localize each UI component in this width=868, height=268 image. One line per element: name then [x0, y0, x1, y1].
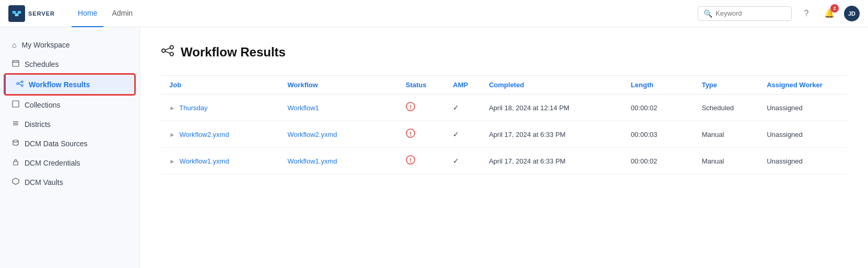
svg-rect-1: [18, 11, 21, 14]
help-button[interactable]: ?: [798, 5, 815, 22]
credentials-icon: [12, 158, 19, 167]
svg-rect-5: [13, 61, 19, 66]
cell-amp-0: ✓: [444, 95, 480, 121]
svg-point-18: [13, 140, 18, 142]
svg-line-12: [18, 82, 21, 84]
sidebar-item-dcm-data-sources[interactable]: DCM Data Sources: [0, 134, 139, 153]
svg-point-23: [170, 52, 174, 56]
cell-job-2: ► Workflow1.yxmd: [161, 148, 279, 174]
page-header-icon: [161, 44, 174, 61]
cell-workflow-1: Workflow2.yxmd: [279, 121, 397, 148]
main-content: Workflow Results Job Workflow Status AMP…: [140, 27, 868, 268]
data-sources-icon: [12, 139, 19, 148]
sidebar-label-schedules: Schedules: [25, 60, 58, 68]
expand-arrow-0[interactable]: ►: [169, 104, 178, 112]
col-header-job: Job: [161, 76, 279, 95]
collections-icon: [12, 100, 19, 109]
svg-marker-20: [13, 178, 19, 184]
col-header-assigned-worker: Assigned Worker: [758, 76, 847, 95]
col-header-amp: AMP: [444, 76, 480, 95]
col-header-completed: Completed: [480, 76, 623, 95]
cell-workflow-0: Workflow1: [279, 95, 397, 121]
sidebar-label-dcm-data-sources: DCM Data Sources: [25, 139, 88, 148]
logo-area: SERVER: [8, 5, 55, 22]
job-link-2[interactable]: Workflow1.yxmd: [180, 157, 229, 165]
sidebar: ⌂ My Workspace Schedules: [0, 27, 140, 268]
workflow-link-0[interactable]: Workflow1: [287, 104, 319, 112]
cell-worker-2: Unassigned: [758, 148, 847, 174]
nav-home[interactable]: Home: [72, 0, 103, 27]
sidebar-label-workflow-results: Workflow Results: [29, 80, 90, 89]
sidebar-label-dcm-vaults: DCM Vaults: [25, 178, 63, 187]
svg-text:!: !: [409, 104, 412, 110]
expand-arrow-2[interactable]: ►: [169, 158, 178, 165]
table-header-row: Job Workflow Status AMP Completed Length…: [161, 76, 847, 95]
cell-amp-2: ✓: [444, 148, 480, 174]
amp-check-1: ✓: [453, 130, 459, 138]
table-row: ► Workflow2.yxmd Workflow2.yxmd ! ✓ Apri…: [161, 121, 847, 148]
svg-point-22: [170, 45, 174, 49]
sidebar-item-workflow-results[interactable]: Workflow Results: [4, 74, 135, 95]
cell-completed-2: April 17, 2024 at 6:33 PM: [480, 148, 623, 174]
table-row: ► Thursday Workflow1 ! ✓ April 18, 2024 …: [161, 95, 847, 121]
cell-worker-1: Unassigned: [758, 121, 847, 148]
job-link-1[interactable]: Workflow2.yxmd: [180, 131, 229, 138]
cell-worker-0: Unassigned: [758, 95, 847, 121]
cell-length-2: 00:00:02: [623, 148, 694, 174]
sidebar-item-dcm-credentials[interactable]: DCM Credentials: [0, 153, 139, 172]
svg-rect-19: [14, 161, 18, 165]
cell-status-2: !: [397, 148, 445, 174]
job-link-0[interactable]: Thursday: [179, 104, 207, 112]
cell-length-0: 00:00:02: [623, 95, 694, 121]
sidebar-item-dcm-vaults[interactable]: DCM Vaults: [0, 172, 139, 192]
table-row: ► Workflow1.yxmd Workflow1.yxmd ! ✓ Apri…: [161, 148, 847, 174]
col-header-length: Length: [623, 76, 694, 95]
top-nav: SERVER Home Admin 🔍 ? 🔔 2 JD: [0, 0, 868, 27]
sidebar-item-collections[interactable]: Collections: [0, 95, 139, 114]
cell-completed-1: April 17, 2024 at 6:33 PM: [480, 121, 623, 148]
sidebar-item-my-workspace[interactable]: ⌂ My Workspace: [0, 36, 139, 54]
logo-text: SERVER: [28, 10, 55, 17]
app-layout: ⌂ My Workspace Schedules: [0, 27, 868, 268]
notification-badge: 2: [830, 4, 839, 13]
districts-icon: [12, 120, 19, 129]
svg-point-9: [17, 83, 19, 85]
svg-point-21: [162, 49, 166, 53]
svg-text:!: !: [409, 131, 412, 137]
workflow-results-icon: [16, 80, 24, 89]
cell-workflow-2: Workflow1.yxmd: [279, 148, 397, 174]
search-box[interactable]: 🔍: [698, 6, 792, 21]
cell-job-1: ► Workflow2.yxmd: [161, 121, 279, 148]
svg-line-24: [165, 48, 170, 50]
svg-line-13: [18, 84, 21, 85]
logo-icon: [8, 5, 25, 22]
calendar-icon: [12, 60, 19, 68]
status-error-icon-0: !: [406, 104, 415, 113]
workflow-link-1[interactable]: Workflow2.yxmd: [287, 131, 337, 138]
sidebar-label-dcm-credentials: DCM Credentials: [25, 159, 80, 167]
col-header-workflow: Workflow: [279, 76, 397, 95]
vaults-icon: [12, 178, 19, 187]
status-error-icon-2: !: [406, 157, 415, 166]
cell-completed-0: April 18, 2024 at 12:14 PM: [480, 95, 623, 121]
workflow-link-2[interactable]: Workflow1.yxmd: [287, 157, 337, 165]
results-table: Job Workflow Status AMP Completed Length…: [161, 75, 847, 174]
status-error-icon-1: !: [406, 131, 415, 139]
svg-rect-14: [13, 101, 19, 107]
notification-wrapper: 🔔 2: [821, 5, 838, 22]
expand-arrow-1[interactable]: ►: [169, 131, 178, 138]
cell-job-0: ► Thursday: [161, 95, 279, 121]
nav-admin[interactable]: Admin: [105, 0, 139, 27]
svg-line-25: [165, 51, 170, 53]
svg-text:!: !: [409, 157, 412, 164]
cell-length-1: 00:00:03: [623, 121, 694, 148]
search-icon: 🔍: [703, 9, 712, 18]
sidebar-item-districts[interactable]: Districts: [0, 114, 139, 134]
page-header: Workflow Results: [161, 44, 847, 61]
cell-type-0: Scheduled: [694, 95, 759, 121]
sidebar-item-schedules[interactable]: Schedules: [0, 54, 139, 74]
avatar[interactable]: JD: [844, 6, 860, 21]
search-input[interactable]: [715, 9, 786, 17]
cell-type-2: Manual: [694, 148, 759, 174]
table-body: ► Thursday Workflow1 ! ✓ April 18, 2024 …: [161, 95, 847, 174]
